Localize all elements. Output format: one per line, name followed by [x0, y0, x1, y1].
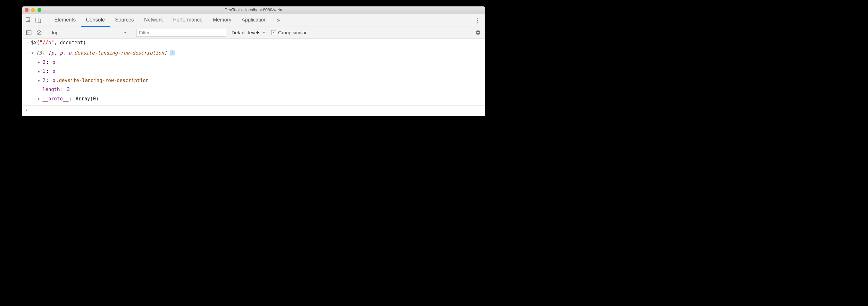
tab-network[interactable]: Network: [139, 13, 168, 27]
dropdown-arrow-icon: ▼: [262, 31, 266, 34]
dropdown-arrow-icon: ▼: [124, 31, 127, 34]
console-input-line: › $x("//p", document): [22, 38, 485, 47]
maximize-button[interactable]: [37, 8, 41, 12]
tab-memory[interactable]: Memory: [208, 13, 237, 27]
tab-icons: [25, 16, 46, 24]
levels-label: Default levels: [232, 30, 260, 35]
close-button[interactable]: [25, 8, 29, 12]
result-summary-row[interactable]: ‹ ▼ (3) [p, p, p.devsite-landing-row-des…: [25, 49, 482, 58]
tabbar: Elements Console Sources Network Perform…: [22, 13, 485, 27]
array-count: (3): [36, 49, 45, 58]
inspect-element-icon[interactable]: [25, 17, 32, 23]
devtools-menu-button[interactable]: ⋮: [473, 13, 482, 27]
filter-input[interactable]: [136, 29, 226, 36]
devtools-window: DevTools - localhost:8080/web/ Elements …: [22, 6, 485, 116]
titlebar: DevTools - localhost:8080/web/: [22, 6, 485, 13]
array-item-row[interactable]: ▶ 0: p: [25, 58, 482, 67]
array-summary: [p, p, p.devsite-landing-row-description…: [45, 49, 167, 58]
show-console-sidebar-icon[interactable]: [25, 29, 32, 36]
group-similar-label: Group similar: [278, 30, 306, 35]
proto-row[interactable]: ▶ __proto__: Array(0): [25, 94, 482, 104]
prompt-marker-icon: ›: [25, 107, 31, 113]
context-selector[interactable]: top ▼: [49, 29, 129, 37]
disclosure-triangle-icon[interactable]: ▶: [38, 68, 42, 75]
info-badge-icon[interactable]: i: [169, 50, 175, 55]
panel-tabs: Elements Console Sources Network Perform…: [49, 13, 272, 27]
disclosure-triangle-icon[interactable]: ▶: [38, 59, 42, 65]
console-toolbar: top ▼ Default levels ▼ ✓ Group similar: [22, 27, 485, 38]
tab-elements[interactable]: Elements: [49, 13, 81, 27]
input-marker-icon: ›: [25, 40, 31, 45]
log-levels-selector[interactable]: Default levels ▼: [229, 30, 268, 35]
device-toggle-icon[interactable]: [35, 17, 41, 23]
array-item-row[interactable]: ▶ 1: p: [25, 67, 482, 76]
minimize-button[interactable]: [31, 8, 35, 12]
tab-console[interactable]: Console: [81, 13, 110, 27]
console-prompt[interactable]: ›: [22, 106, 485, 116]
console-command[interactable]: $x("//p", document): [31, 40, 482, 46]
output-marker-icon: ‹: [25, 49, 31, 57]
group-similar-option: ✓ Group similar: [271, 30, 306, 35]
console-body: › $x("//p", document) ‹ ▼ (3) [p, p, p.d…: [22, 38, 485, 116]
console-result: ‹ ▼ (3) [p, p, p.devsite-landing-row-des…: [22, 47, 485, 106]
tab-sources[interactable]: Sources: [110, 13, 139, 27]
disclosure-triangle-icon[interactable]: ▶: [38, 95, 42, 102]
svg-line-6: [37, 31, 40, 34]
disclosure-triangle-icon[interactable]: ▶: [38, 77, 42, 83]
length-row: ▶ length: 3: [25, 85, 482, 94]
group-similar-checkbox[interactable]: ✓: [271, 30, 276, 35]
svg-rect-2: [38, 19, 41, 23]
window-title: DevTools - localhost:8080/web/: [22, 7, 485, 12]
console-settings-icon[interactable]: [475, 29, 482, 36]
disclosure-triangle-icon[interactable]: ▼: [32, 50, 36, 56]
tab-performance[interactable]: Performance: [168, 13, 208, 27]
array-item-row[interactable]: ▶ 2: p.devsite-landing-row-description: [25, 76, 482, 85]
traffic-lights: [25, 8, 41, 12]
clear-console-icon[interactable]: [36, 29, 43, 36]
tab-application[interactable]: Application: [237, 13, 272, 27]
more-tabs-button[interactable]: »: [274, 13, 283, 27]
context-value: top: [52, 30, 59, 35]
